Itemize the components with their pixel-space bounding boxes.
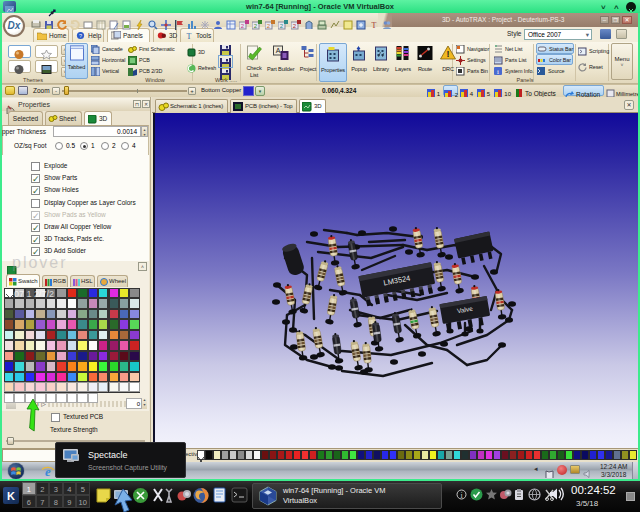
- svg-text:i: i: [497, 68, 499, 76]
- svg-text:K: K: [7, 490, 15, 502]
- svg-text:A: A: [275, 47, 280, 54]
- svg-text:T: T: [187, 32, 192, 40]
- svg-text:i: i: [460, 491, 463, 500]
- svg-text:!: !: [447, 49, 450, 59]
- svg-text:?: ?: [79, 33, 82, 39]
- svg-text:T: T: [372, 21, 377, 30]
- svg-text:e: e: [45, 464, 51, 479]
